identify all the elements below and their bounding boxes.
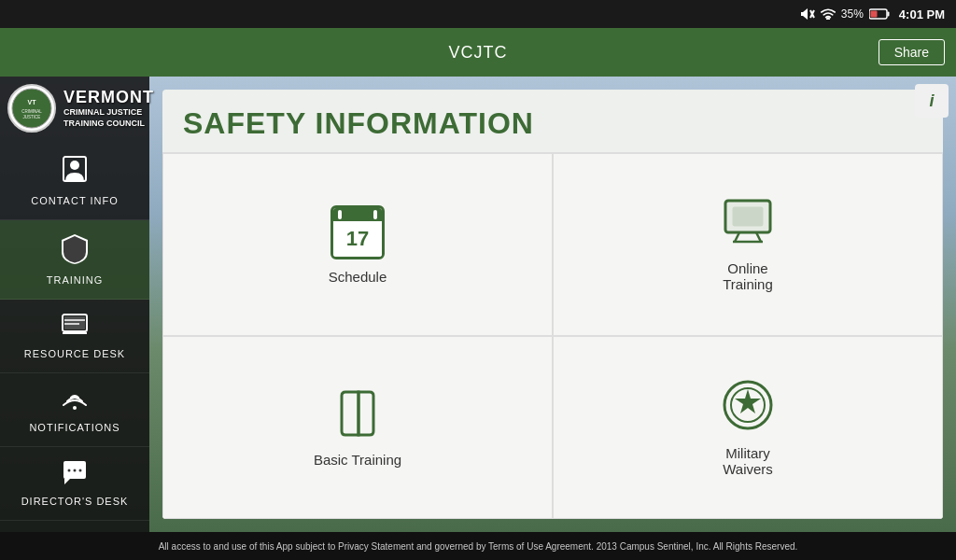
sidebar-item-directors-desk[interactable]: DIRECTOR'S DESK	[0, 447, 149, 521]
footer: All access to and use of this App subjec…	[0, 532, 956, 560]
svg-text:JUSTICE: JUSTICE	[23, 115, 41, 119]
sidebar-contact-info-label: CONTACT INFO	[31, 195, 118, 206]
top-navigation: VCJTC Share	[0, 28, 956, 77]
logo-emblem: VT CRIMINAL JUSTICE	[7, 84, 56, 133]
grid-item-online-training[interactable]: OnlineTraining	[553, 153, 943, 336]
sidebar-item-notifications[interactable]: NOTIFICATIONS	[0, 373, 149, 447]
battery-percentage: 35%	[841, 7, 864, 21]
svg-point-21	[79, 469, 82, 472]
sidebar: CONTACT INFO TRAINING RES	[0, 77, 149, 532]
sidebar-training-label: TRAINING	[47, 274, 104, 286]
battery-icon	[869, 8, 890, 20]
svg-point-12	[70, 161, 79, 170]
calendar-icon: 17	[330, 205, 385, 259]
svg-point-7	[12, 89, 51, 128]
svg-point-18	[73, 406, 77, 410]
time-display: 4:01 PM	[899, 7, 945, 21]
svg-marker-0	[801, 8, 808, 20]
sidebar-item-contact-info[interactable]: CONTACT INFO	[0, 142, 149, 220]
status-icons: 35% 4:01 PM	[800, 7, 945, 21]
svg-text:VT: VT	[28, 99, 37, 105]
svg-text:CRIMINAL: CRIMINAL	[21, 109, 42, 114]
logo-subtitle1: CRIMINAL JUSTICE	[63, 107, 154, 119]
grid-item-military-waivers[interactable]: MilitaryWaivers	[553, 336, 943, 519]
basic-training-label: Basic Training	[314, 452, 401, 468]
content-area: SAFETY INFORMATION 17 Schedule	[149, 77, 956, 532]
grid-container: 17 Schedule	[162, 153, 943, 519]
sidebar-item-resource-desk[interactable]: RESOURCE DESK	[0, 300, 149, 373]
chat-icon	[61, 460, 89, 490]
book-icon	[330, 388, 385, 442]
shield-icon	[61, 233, 89, 269]
star-circle-icon	[721, 378, 775, 436]
schedule-label: Schedule	[329, 269, 387, 285]
svg-rect-6	[870, 11, 877, 18]
content-panel: SAFETY INFORMATION 17 Schedule	[162, 90, 943, 519]
wifi-status-icon	[821, 8, 836, 20]
sidebar-directors-desk-label: DIRECTOR'S DESK	[21, 496, 129, 507]
svg-rect-14	[64, 316, 85, 329]
notifications-icon	[61, 386, 89, 416]
svg-point-3	[827, 18, 829, 20]
share-button[interactable]: Share	[879, 39, 945, 65]
content-header: SAFETY INFORMATION	[162, 90, 943, 153]
grid-item-schedule[interactable]: 17 Schedule	[162, 153, 553, 336]
mute-icon	[800, 7, 815, 21]
logo-vermont: VERMONT	[63, 88, 154, 107]
online-training-label: OnlineTraining	[723, 260, 773, 292]
svg-point-19	[68, 469, 71, 472]
military-waivers-label: MilitaryWaivers	[723, 445, 773, 477]
svg-marker-31	[735, 389, 761, 413]
person-icon	[61, 155, 89, 189]
status-bar: 35% 4:01 PM	[0, 0, 956, 28]
logo-subtitle2: TRAINING COUNCIL	[63, 119, 154, 130]
main-container: VT CRIMINAL JUSTICE VERMONT CRIMINAL JUS…	[0, 77, 956, 532]
svg-rect-27	[734, 208, 762, 225]
sidebar-resource-desk-label: RESOURCE DESK	[24, 348, 125, 359]
app-title: VCJTC	[449, 43, 508, 63]
sidebar-item-training[interactable]: TRAINING	[0, 220, 149, 300]
svg-rect-5	[887, 12, 889, 17]
logo-area: VT CRIMINAL JUSTICE VERMONT CRIMINAL JUS…	[7, 84, 154, 133]
logo-text: VERMONT CRIMINAL JUSTICE TRAINING COUNCI…	[63, 88, 154, 129]
grid-item-basic-training[interactable]: Basic Training	[162, 336, 553, 519]
calendar-date: 17	[333, 221, 382, 257]
section-title: SAFETY INFORMATION	[183, 106, 922, 141]
info-button[interactable]: i	[915, 84, 949, 118]
footer-text: All access to and use of this App subjec…	[159, 541, 798, 552]
resource-desk-icon	[61, 313, 89, 343]
sidebar-notifications-label: NOTIFICATIONS	[29, 422, 120, 433]
monitor-icon	[721, 197, 775, 251]
svg-point-20	[74, 469, 77, 472]
